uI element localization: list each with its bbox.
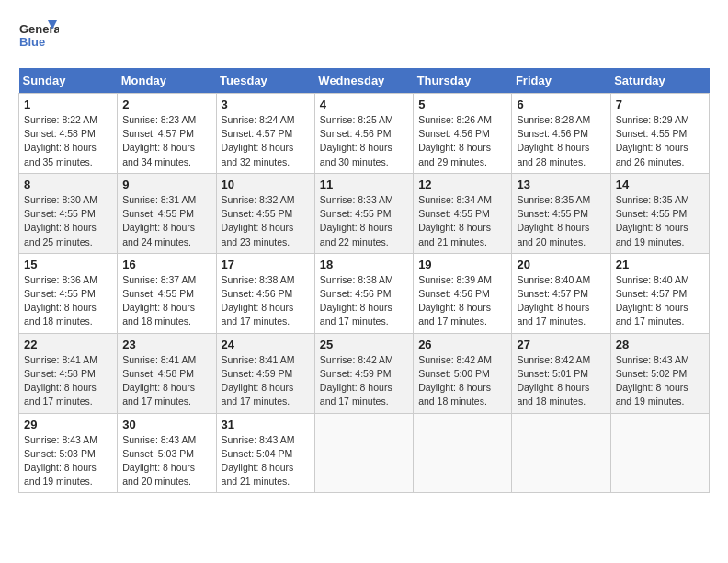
day-info: Sunrise: 8:39 AMSunset: 4:56 PMDaylight:… [418, 273, 506, 329]
day-number: 28 [616, 338, 704, 351]
calendar-cell: 11Sunrise: 8:33 AMSunset: 4:55 PMDayligh… [314, 173, 413, 253]
calendar-cell: 27Sunrise: 8:42 AMSunset: 5:01 PMDayligh… [512, 333, 610, 413]
day-info: Sunrise: 8:26 AMSunset: 4:56 PMDaylight:… [418, 113, 506, 169]
day-info: Sunrise: 8:40 AMSunset: 4:57 PMDaylight:… [517, 273, 605, 329]
day-number: 11 [320, 178, 408, 191]
day-info: Sunrise: 8:42 AMSunset: 5:00 PMDaylight:… [418, 353, 506, 409]
day-info: Sunrise: 8:29 AMSunset: 4:55 PMDaylight:… [616, 113, 704, 169]
day-number: 15 [24, 258, 112, 271]
day-number: 3 [222, 98, 310, 111]
day-info: Sunrise: 8:25 AMSunset: 4:56 PMDaylight:… [320, 113, 408, 169]
day-info: Sunrise: 8:41 AMSunset: 4:59 PMDaylight:… [222, 353, 310, 409]
day-info: Sunrise: 8:30 AMSunset: 4:55 PMDaylight:… [24, 193, 112, 249]
day-info: Sunrise: 8:31 AMSunset: 4:55 PMDaylight:… [122, 193, 210, 249]
calendar-cell [414, 413, 512, 493]
day-info: Sunrise: 8:41 AMSunset: 4:58 PMDaylight:… [24, 353, 112, 409]
day-info: Sunrise: 8:34 AMSunset: 4:55 PMDaylight:… [418, 193, 506, 249]
day-info: Sunrise: 8:35 AMSunset: 4:55 PMDaylight:… [517, 193, 605, 249]
day-info: Sunrise: 8:40 AMSunset: 4:57 PMDaylight:… [616, 273, 704, 329]
day-number: 19 [418, 258, 506, 271]
calendar-cell: 21Sunrise: 8:40 AMSunset: 4:57 PMDayligh… [610, 253, 709, 333]
calendar-week-row: 8Sunrise: 8:30 AMSunset: 4:55 PMDaylight… [19, 173, 710, 253]
page-header: General Blue [18, 18, 710, 59]
day-number: 13 [517, 178, 605, 191]
day-number: 23 [122, 338, 210, 351]
calendar-cell: 22Sunrise: 8:41 AMSunset: 4:58 PMDayligh… [19, 333, 118, 413]
day-number: 16 [122, 258, 210, 271]
day-number: 25 [320, 338, 408, 351]
calendar-cell [512, 413, 610, 493]
calendar-cell: 7Sunrise: 8:29 AMSunset: 4:55 PMDaylight… [610, 94, 709, 174]
calendar-cell: 25Sunrise: 8:42 AMSunset: 4:59 PMDayligh… [314, 333, 413, 413]
day-info: Sunrise: 8:23 AMSunset: 4:57 PMDaylight:… [122, 113, 210, 169]
calendar-cell: 13Sunrise: 8:35 AMSunset: 4:55 PMDayligh… [512, 173, 610, 253]
calendar-cell: 14Sunrise: 8:35 AMSunset: 4:55 PMDayligh… [610, 173, 709, 253]
day-info: Sunrise: 8:32 AMSunset: 4:55 PMDaylight:… [222, 193, 310, 249]
calendar-cell: 5Sunrise: 8:26 AMSunset: 4:56 PMDaylight… [414, 94, 512, 174]
weekday-header-sunday: Sunday [19, 68, 118, 94]
weekday-header-wednesday: Wednesday [314, 68, 413, 94]
day-number: 20 [517, 258, 605, 271]
calendar-cell: 3Sunrise: 8:24 AMSunset: 4:57 PMDaylight… [216, 94, 314, 174]
calendar-cell: 28Sunrise: 8:43 AMSunset: 5:02 PMDayligh… [610, 333, 709, 413]
weekday-header-thursday: Thursday [414, 68, 512, 94]
day-number: 4 [320, 98, 408, 111]
calendar-cell: 8Sunrise: 8:30 AMSunset: 4:55 PMDaylight… [19, 173, 118, 253]
calendar-cell [610, 413, 709, 493]
day-info: Sunrise: 8:22 AMSunset: 4:58 PMDaylight:… [24, 113, 112, 169]
day-info: Sunrise: 8:38 AMSunset: 4:56 PMDaylight:… [222, 273, 310, 329]
logo: General Blue [18, 18, 59, 59]
calendar-week-row: 15Sunrise: 8:36 AMSunset: 4:55 PMDayligh… [19, 253, 710, 333]
calendar-cell: 15Sunrise: 8:36 AMSunset: 4:55 PMDayligh… [19, 253, 118, 333]
day-number: 29 [24, 418, 112, 431]
calendar-cell: 4Sunrise: 8:25 AMSunset: 4:56 PMDaylight… [314, 94, 413, 174]
day-number: 7 [616, 98, 704, 111]
calendar-cell: 9Sunrise: 8:31 AMSunset: 4:55 PMDaylight… [118, 173, 216, 253]
day-number: 14 [616, 178, 704, 191]
day-info: Sunrise: 8:37 AMSunset: 4:55 PMDaylight:… [122, 273, 210, 329]
day-number: 30 [122, 418, 210, 431]
weekday-header-row: SundayMondayTuesdayWednesdayThursdayFrid… [19, 68, 710, 94]
calendar-cell: 17Sunrise: 8:38 AMSunset: 4:56 PMDayligh… [216, 253, 314, 333]
calendar-cell: 19Sunrise: 8:39 AMSunset: 4:56 PMDayligh… [414, 253, 512, 333]
day-number: 5 [418, 98, 506, 111]
calendar-cell: 2Sunrise: 8:23 AMSunset: 4:57 PMDaylight… [118, 94, 216, 174]
day-info: Sunrise: 8:42 AMSunset: 5:01 PMDaylight:… [517, 353, 605, 409]
calendar-cell: 6Sunrise: 8:28 AMSunset: 4:56 PMDaylight… [512, 94, 610, 174]
day-info: Sunrise: 8:35 AMSunset: 4:55 PMDaylight:… [616, 193, 704, 249]
day-number: 12 [418, 178, 506, 191]
weekday-header-friday: Friday [512, 68, 610, 94]
day-number: 6 [517, 98, 605, 111]
calendar-table: SundayMondayTuesdayWednesdayThursdayFrid… [18, 68, 710, 493]
day-number: 2 [122, 98, 210, 111]
day-number: 17 [222, 258, 310, 271]
svg-text:Blue: Blue [19, 35, 45, 49]
weekday-header-monday: Monday [118, 68, 216, 94]
day-info: Sunrise: 8:42 AMSunset: 4:59 PMDaylight:… [320, 353, 408, 409]
day-info: Sunrise: 8:24 AMSunset: 4:57 PMDaylight:… [222, 113, 310, 169]
calendar-cell: 18Sunrise: 8:38 AMSunset: 4:56 PMDayligh… [314, 253, 413, 333]
day-number: 24 [222, 338, 310, 351]
calendar-week-row: 1Sunrise: 8:22 AMSunset: 4:58 PMDaylight… [19, 94, 710, 174]
day-number: 31 [222, 418, 310, 431]
day-info: Sunrise: 8:36 AMSunset: 4:55 PMDaylight:… [24, 273, 112, 329]
calendar-cell: 30Sunrise: 8:43 AMSunset: 5:03 PMDayligh… [118, 413, 216, 493]
calendar-cell: 26Sunrise: 8:42 AMSunset: 5:00 PMDayligh… [414, 333, 512, 413]
day-number: 10 [222, 178, 310, 191]
calendar-cell: 24Sunrise: 8:41 AMSunset: 4:59 PMDayligh… [216, 333, 314, 413]
day-number: 8 [24, 178, 112, 191]
calendar-cell: 31Sunrise: 8:43 AMSunset: 5:04 PMDayligh… [216, 413, 314, 493]
logo-svg: General Blue [18, 18, 59, 59]
day-info: Sunrise: 8:43 AMSunset: 5:03 PMDaylight:… [24, 433, 112, 489]
calendar-cell: 29Sunrise: 8:43 AMSunset: 5:03 PMDayligh… [19, 413, 118, 493]
day-number: 26 [418, 338, 506, 351]
calendar-cell [314, 413, 413, 493]
day-info: Sunrise: 8:38 AMSunset: 4:56 PMDaylight:… [320, 273, 408, 329]
calendar-cell: 20Sunrise: 8:40 AMSunset: 4:57 PMDayligh… [512, 253, 610, 333]
day-number: 21 [616, 258, 704, 271]
calendar-cell: 12Sunrise: 8:34 AMSunset: 4:55 PMDayligh… [414, 173, 512, 253]
calendar-week-row: 22Sunrise: 8:41 AMSunset: 4:58 PMDayligh… [19, 333, 710, 413]
day-info: Sunrise: 8:41 AMSunset: 4:58 PMDaylight:… [122, 353, 210, 409]
day-info: Sunrise: 8:28 AMSunset: 4:56 PMDaylight:… [517, 113, 605, 169]
day-number: 18 [320, 258, 408, 271]
